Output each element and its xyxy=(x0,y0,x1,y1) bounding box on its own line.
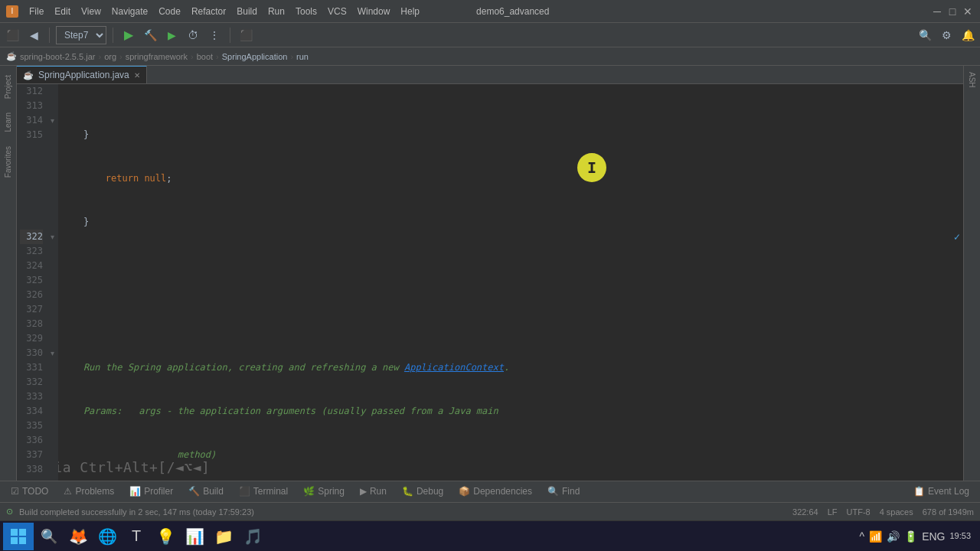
notifications-button[interactable]: 🔔 xyxy=(959,26,977,44)
nav-back-button[interactable]: ⬛ xyxy=(3,26,21,44)
tab-run-label: Run xyxy=(370,486,387,497)
dependencies-icon: 📦 xyxy=(459,486,470,497)
svg-rect-0 xyxy=(11,529,18,536)
window-controls: ─ □ ✕ xyxy=(931,5,974,18)
tab-spring-label: Spring xyxy=(318,486,345,497)
build-status-icon: ⊙ xyxy=(6,507,13,517)
file-tab-springapplication[interactable]: ☕ SpringApplication.java ✕ xyxy=(17,66,147,83)
cursor-position[interactable]: 322:64 xyxy=(792,507,818,517)
menu-run[interactable]: Run xyxy=(263,5,289,18)
code-content[interactable]: } return null; } Run the Spring applicat… xyxy=(58,84,951,481)
tab-find-label: Find xyxy=(562,486,580,497)
tab-run[interactable]: ▶ Run xyxy=(352,481,394,503)
breadcrumb-jar[interactable]: spring-boot-2.5.5.jar xyxy=(20,52,95,61)
breadcrumb-run[interactable]: run xyxy=(296,52,309,61)
menu-build[interactable]: Build xyxy=(232,5,262,18)
stop-button[interactable]: ⬛ xyxy=(237,26,255,44)
tab-terminal[interactable]: ⬛ Terminal xyxy=(231,481,296,503)
minimize-button[interactable]: ─ xyxy=(931,5,943,18)
file-icon: ☕ xyxy=(6,51,17,61)
menu-edit[interactable]: Edit xyxy=(50,5,75,18)
taskbar-vlc[interactable]: 🎵 xyxy=(239,523,266,550)
coverage-button[interactable]: ▶ xyxy=(162,26,181,44)
window-title: demo6_advanced xyxy=(476,6,549,17)
sidebar-project[interactable]: Project xyxy=(2,69,14,105)
breadcrumb-boot[interactable]: boot xyxy=(197,52,213,61)
tray-chevron[interactable]: ^ xyxy=(860,530,865,543)
line-ending[interactable]: LF xyxy=(828,507,838,517)
status-left: ⊙ Build completed successfully in 2 sec,… xyxy=(6,507,783,517)
tab-dependencies[interactable]: 📦 Dependencies xyxy=(451,481,540,503)
menu-window[interactable]: Window xyxy=(353,5,395,18)
taskbar: 🔍 🦊 🌐 T 💡 📊 📁 🎵 ^ 📶 🔊 🔋 ENG 19:53 xyxy=(0,520,980,551)
tray-battery[interactable]: 🔋 xyxy=(904,530,917,543)
indent[interactable]: 4 spaces xyxy=(880,507,913,517)
line-count: 678 of 1949m xyxy=(923,507,974,517)
tray-clock[interactable]: 19:53 xyxy=(949,530,971,542)
separator-3 xyxy=(230,28,230,43)
code-container[interactable]: 312 313 314 315 322 323 324 325 326 327 xyxy=(17,84,963,481)
debug-tab-icon: 🐛 xyxy=(402,486,413,497)
profiler-icon: 📊 xyxy=(129,486,141,497)
step-dropdown[interactable]: Step7 xyxy=(56,26,106,44)
build-button[interactable]: 🔨 xyxy=(141,26,159,44)
build-status-text: Build completed successfully in 2 sec, 1… xyxy=(19,507,254,517)
tab-event-log-label: Event Log xyxy=(928,486,969,497)
breadcrumb-org[interactable]: org xyxy=(104,52,116,61)
nav-forward-button[interactable]: ◀ xyxy=(24,26,43,44)
tab-close-button[interactable]: ✕ xyxy=(134,71,140,80)
java-file-icon: ☕ xyxy=(23,70,34,80)
menu-refactor[interactable]: Refactor xyxy=(187,5,230,18)
app-logo: I xyxy=(6,5,18,18)
tab-debug[interactable]: 🐛 Debug xyxy=(394,481,451,503)
taskbar-firefox[interactable]: 🦊 xyxy=(64,523,92,550)
fold-gutter: ▾ ▾ ▾ xyxy=(46,84,58,481)
tab-event-log[interactable]: 📋 Event Log xyxy=(906,481,977,503)
tab-profiler[interactable]: 📊 Profiler xyxy=(122,481,181,503)
menu-tools[interactable]: Tools xyxy=(291,5,322,18)
tab-build[interactable]: 🔨 Build xyxy=(181,481,231,503)
menu-navigate[interactable]: Navigate xyxy=(107,5,152,18)
editor-area: ☕ SpringApplication.java ✕ 312 313 314 3… xyxy=(17,66,963,481)
menu-code[interactable]: Code xyxy=(154,5,185,18)
menu-file[interactable]: File xyxy=(24,5,48,18)
taskbar-files[interactable]: 📁 xyxy=(210,523,237,550)
tab-problems[interactable]: ⚠ Problems xyxy=(56,481,122,503)
run-tab-icon: ▶ xyxy=(360,486,367,497)
menu-view[interactable]: View xyxy=(77,5,106,18)
taskbar-text-editor[interactable]: T xyxy=(122,523,150,550)
taskbar-search[interactable]: 🔍 xyxy=(35,523,63,550)
more-button[interactable]: ⋮ xyxy=(205,26,224,44)
start-button[interactable] xyxy=(3,523,34,550)
tray-volume[interactable]: 🔊 xyxy=(887,530,900,543)
tab-todo[interactable]: ☑ TODO xyxy=(3,481,56,503)
menu-vcs[interactable]: VCS xyxy=(323,5,351,18)
encoding[interactable]: UTF-8 xyxy=(847,507,871,517)
tab-spring[interactable]: 🌿 Spring xyxy=(296,481,352,503)
sidebar-right-ash[interactable]: ASH xyxy=(966,69,978,91)
tab-find[interactable]: 🔍 Find xyxy=(540,481,587,503)
settings-button[interactable]: ⚙ xyxy=(937,26,956,44)
profile-button[interactable]: ⏱ xyxy=(184,26,202,44)
tab-todo-label: TODO xyxy=(22,486,48,497)
taskbar-powerpoint[interactable]: 📊 xyxy=(181,523,208,550)
svg-rect-2 xyxy=(11,537,18,544)
tab-profiler-label: Profiler xyxy=(144,486,173,497)
tray-lang[interactable]: ENG xyxy=(922,530,945,543)
breadcrumb-springapplication[interactable]: SpringApplication xyxy=(222,52,288,61)
taskbar-intellij[interactable]: 💡 xyxy=(152,523,179,550)
maximize-button[interactable]: □ xyxy=(946,5,959,18)
close-button[interactable]: ✕ xyxy=(962,5,974,18)
menu-help[interactable]: Help xyxy=(396,5,424,18)
tray-network[interactable]: 📶 xyxy=(869,530,882,543)
sidebar-favorites[interactable]: Favorites xyxy=(2,140,14,184)
taskbar-edge[interactable]: 🌐 xyxy=(93,523,121,550)
run-button[interactable]: ▶ xyxy=(119,26,138,44)
search-button[interactable]: 🔍 xyxy=(916,26,934,44)
checkmark-icon: ✓ xyxy=(953,230,961,244)
bottom-tabs: ☑ TODO ⚠ Problems 📊 Profiler 🔨 Build ⬛ T… xyxy=(0,481,980,502)
breadcrumb-springframework[interactable]: springframework xyxy=(126,52,188,61)
title-bar: I File Edit View Navigate Code Refactor … xyxy=(0,0,980,23)
sidebar-learn[interactable]: Learn xyxy=(2,106,14,139)
toolbar: ⬛ ◀ Step7 ▶ 🔨 ▶ ⏱ ⋮ ⬛ 🔍 ⚙ 🔔 xyxy=(0,23,980,47)
